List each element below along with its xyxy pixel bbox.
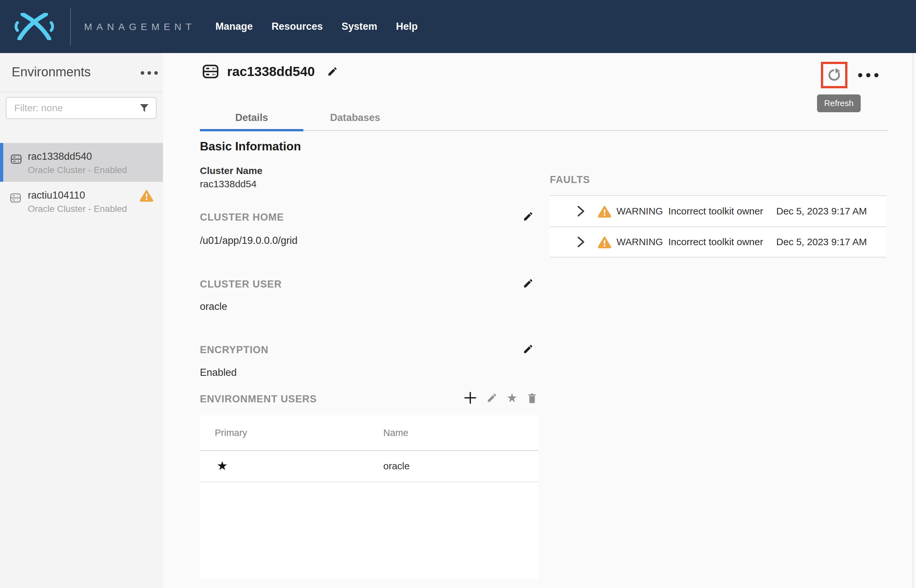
cluster-user-field: CLUSTER USER bbox=[200, 278, 538, 293]
environment-status: Oracle Cluster - Enabled bbox=[28, 204, 127, 214]
warning-icon bbox=[140, 189, 153, 202]
cluster-user-label: CLUSTER USER bbox=[200, 278, 282, 290]
filter-funnel-icon[interactable] bbox=[140, 104, 149, 113]
encryption-field: ENCRYPTION bbox=[200, 344, 538, 359]
page-overflow-menu-icon[interactable] bbox=[858, 73, 879, 77]
refresh-icon bbox=[827, 68, 842, 82]
environment-status: Oracle Cluster - Enabled bbox=[28, 165, 127, 175]
fault-date: Dec 5, 2023 9:17 AM bbox=[776, 236, 867, 247]
delete-user-trash-icon[interactable] bbox=[527, 393, 538, 403]
users-table-header: Primary Name bbox=[200, 415, 538, 451]
column-header-primary: Primary bbox=[215, 428, 247, 438]
delphix-management-app: MANAGEMENT Manage Resources System Help … bbox=[0, 0, 916, 588]
cluster-home-value: /u01/app/19.0.0.0/grid bbox=[200, 235, 297, 246]
nav-item-manage[interactable]: Manage bbox=[215, 21, 253, 32]
edit-cluster-home-pencil-icon[interactable] bbox=[523, 211, 534, 222]
environment-users-table: Primary Name ★ oracle bbox=[200, 415, 538, 579]
edit-user-pencil-icon[interactable] bbox=[486, 393, 498, 403]
primary-star-icon: ★ bbox=[217, 459, 228, 473]
active-tab-indicator bbox=[200, 129, 304, 131]
environment-server-icon bbox=[202, 63, 219, 79]
add-user-icon[interactable] bbox=[463, 391, 477, 405]
sidebar-divider bbox=[0, 92, 163, 92]
edit-cluster-user-pencil-icon[interactable] bbox=[523, 278, 534, 289]
faults-list: WARNING Incorrect toolkit owner Dec 5, 2… bbox=[550, 195, 886, 257]
user-name-cell: oracle bbox=[383, 460, 410, 472]
expand-chevron-icon[interactable] bbox=[577, 236, 585, 247]
page-header: rac1338dd540 bbox=[202, 63, 338, 79]
fault-severity: WARNING bbox=[617, 236, 663, 247]
nav-item-system[interactable]: System bbox=[342, 21, 377, 32]
environment-list: rac1338dd540 Oracle Cluster - Enabled ra… bbox=[0, 143, 163, 221]
expand-chevron-icon[interactable] bbox=[577, 206, 585, 217]
environment-users-toolbar: ★ bbox=[463, 391, 538, 405]
nav-menu: Manage Resources System Help bbox=[215, 21, 418, 32]
nav-item-help[interactable]: Help bbox=[396, 21, 418, 32]
environment-name: rac1338dd540 bbox=[28, 151, 127, 162]
set-primary-star-icon[interactable]: ★ bbox=[507, 393, 517, 403]
environment-filter bbox=[6, 97, 157, 119]
warning-icon bbox=[598, 205, 611, 218]
environment-detail-panel: rac1338dd540 Refresh Details Databases B… bbox=[174, 53, 916, 588]
fault-title: Incorrect toolkit owner bbox=[668, 236, 763, 247]
encryption-label: ENCRYPTION bbox=[200, 344, 268, 355]
environment-list-item-ractiu104110[interactable]: ractiu104110 Oracle Cluster - Enabled bbox=[0, 182, 163, 221]
environment-list-item-rac1338dd540[interactable]: rac1338dd540 Oracle Cluster - Enabled bbox=[0, 143, 163, 182]
fault-row[interactable]: WARNING Incorrect toolkit owner Dec 5, 2… bbox=[550, 195, 886, 226]
brand-divider bbox=[70, 8, 71, 46]
user-table-row[interactable]: ★ oracle bbox=[200, 451, 538, 482]
encryption-value: Enabled bbox=[200, 367, 237, 378]
tab-details[interactable]: Details bbox=[200, 110, 304, 131]
cluster-name-label: Cluster Name bbox=[200, 165, 262, 176]
nav-item-resources[interactable]: Resources bbox=[271, 21, 323, 32]
environment-server-icon bbox=[10, 192, 21, 204]
faults-heading: FAULTS bbox=[550, 174, 590, 186]
top-nav-bar: MANAGEMENT Manage Resources System Help bbox=[0, 0, 916, 53]
fault-title: Incorrect toolkit owner bbox=[668, 206, 763, 217]
environment-server-icon bbox=[10, 153, 22, 165]
filter-input[interactable] bbox=[14, 98, 137, 118]
environment-name: ractiu104110 bbox=[28, 189, 127, 201]
brand-text: MANAGEMENT bbox=[84, 21, 195, 32]
warning-icon bbox=[598, 236, 611, 249]
tab-databases[interactable]: Databases bbox=[304, 110, 407, 131]
environments-sidebar: Environments rac1338d bbox=[0, 53, 174, 588]
fault-date: Dec 5, 2023 9:17 AM bbox=[776, 206, 867, 217]
delphix-logo-icon[interactable] bbox=[13, 13, 56, 40]
sidebar-title: Environments bbox=[11, 65, 91, 79]
column-header-name: Name bbox=[383, 428, 408, 438]
edit-encryption-pencil-icon[interactable] bbox=[523, 344, 534, 354]
cluster-user-value: oracle bbox=[200, 301, 227, 312]
detail-tabs: Details Databases bbox=[200, 110, 887, 131]
main-scrollbar[interactable] bbox=[913, 53, 913, 588]
section-title: Basic Information bbox=[200, 140, 301, 153]
environment-users-heading: ENVIRONMENT USERS bbox=[200, 393, 317, 405]
cluster-home-label: CLUSTER HOME bbox=[200, 212, 284, 223]
edit-title-pencil-icon[interactable] bbox=[327, 66, 338, 77]
sidebar-overflow-menu-icon[interactable] bbox=[141, 71, 158, 75]
cluster-name-value: rac1338dd54 bbox=[200, 179, 257, 189]
fault-severity: WARNING bbox=[617, 206, 663, 217]
refresh-button[interactable] bbox=[821, 62, 847, 88]
fault-row[interactable]: WARNING Incorrect toolkit owner Dec 5, 2… bbox=[550, 226, 886, 257]
cluster-home-field: CLUSTER HOME bbox=[200, 212, 538, 226]
environment-users-section: ENVIRONMENT USERS ★ bbox=[200, 393, 538, 409]
page-title: rac1338dd540 bbox=[227, 64, 315, 79]
sidebar-scrollbar[interactable] bbox=[163, 53, 174, 588]
